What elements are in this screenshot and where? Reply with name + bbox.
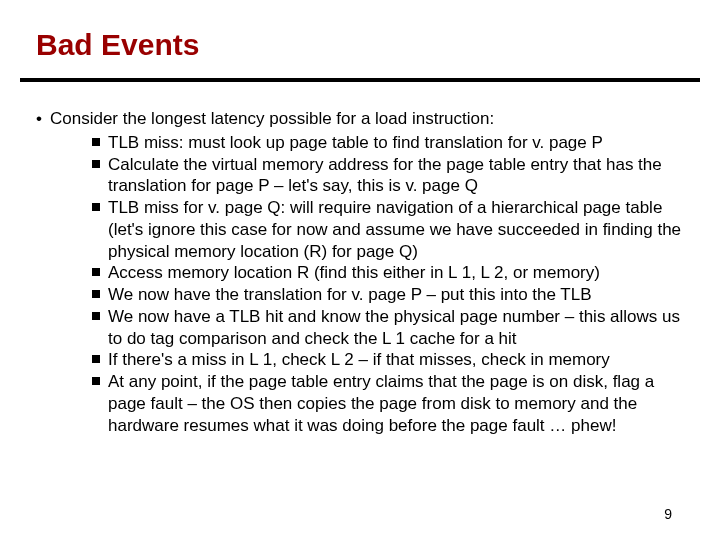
page-number: 9 bbox=[664, 506, 672, 522]
list-item: Access memory location R (find this eith… bbox=[92, 262, 684, 284]
slide-body: •Consider the longest latency possible f… bbox=[36, 108, 684, 436]
bullet-dot: • bbox=[36, 108, 50, 130]
slide: Bad Events •Consider the longest latency… bbox=[0, 0, 720, 540]
list-item: If there's a miss in L 1, check L 2 – if… bbox=[92, 349, 684, 371]
slide-title: Bad Events bbox=[36, 28, 199, 62]
list-item: We now have the translation for v. page … bbox=[92, 284, 684, 306]
list-item: At any point, if the page table entry cl… bbox=[92, 371, 684, 436]
lead-line: •Consider the longest latency possible f… bbox=[36, 108, 684, 130]
list-item: TLB miss for v. page Q: will require nav… bbox=[92, 197, 684, 262]
title-rule bbox=[20, 78, 700, 82]
lead-text: Consider the longest latency possible fo… bbox=[50, 109, 494, 128]
list-item: TLB miss: must look up page table to fin… bbox=[92, 132, 684, 154]
list-item: Calculate the virtual memory address for… bbox=[92, 154, 684, 198]
list-item: We now have a TLB hit and know the physi… bbox=[92, 306, 684, 350]
sub-bullet-list: TLB miss: must look up page table to fin… bbox=[36, 132, 684, 437]
